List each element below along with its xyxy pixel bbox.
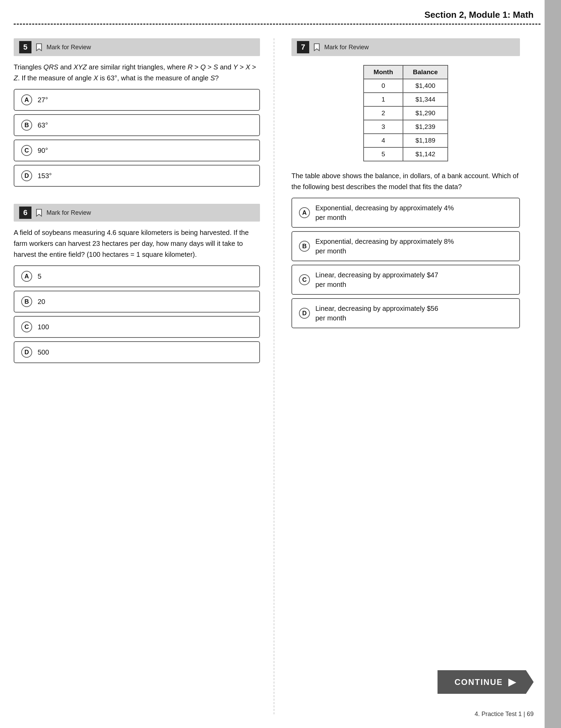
question-7-number: 7	[297, 41, 309, 53]
q7-choice-d-text: Linear, decreasing by approximately $56p…	[315, 304, 438, 323]
q5-choice-d-text: 153°	[38, 172, 52, 180]
question-6-block: 6 Mark for Review A field of soybeans me…	[14, 204, 260, 363]
mark-for-review-q5[interactable]: Mark for Review	[47, 44, 91, 51]
question-6-choices: A 5 B 20 C 100 D 500	[14, 265, 260, 363]
q5-choice-a[interactable]: A 27°	[14, 89, 260, 111]
table-header-month: Month	[364, 65, 403, 79]
question-5-text: Triangles QRS and XYZ are similar right …	[14, 62, 260, 83]
table-header-balance: Balance	[403, 65, 448, 79]
question-5-header: 5 Mark for Review	[14, 38, 260, 56]
q7-choice-c[interactable]: C Linear, decreasing by approximately $4…	[291, 265, 520, 295]
q7-choice-b[interactable]: B Exponential, decreasing by approximate…	[291, 231, 520, 261]
q5-choice-b[interactable]: B 63°	[14, 114, 260, 136]
continue-arrow-icon: ▶	[508, 676, 517, 688]
question-6-number: 6	[19, 207, 31, 219]
q6-choice-d-text: 500	[38, 348, 49, 356]
table-row: 2$1,290	[364, 106, 448, 120]
q7-choice-a-text: Exponential, decreasing by approximately…	[315, 203, 454, 222]
table-row: 0$1,400	[364, 79, 448, 93]
q6-choice-a-text: 5	[38, 273, 41, 280]
q5-choice-c[interactable]: C 90°	[14, 140, 260, 161]
mark-for-review-q7[interactable]: Mark for Review	[324, 44, 369, 51]
question-6-text: A field of soybeans measuring 4.6 square…	[14, 227, 260, 260]
q6-choice-d[interactable]: D 500	[14, 341, 260, 363]
table-row: 5$1,142	[364, 147, 448, 161]
q5-choice-b-letter: B	[21, 120, 32, 131]
question-7-table: Month Balance 0$1,4001$1,3442$1,2903$1,2…	[363, 65, 448, 161]
q7-choice-c-text: Linear, decreasing by approximately $47p…	[315, 270, 438, 289]
bookmark-icon-q7[interactable]	[313, 43, 320, 51]
q7-choice-b-text: Exponential, decreasing by approximately…	[315, 237, 454, 256]
q5-choice-d-letter: D	[21, 170, 32, 181]
question-7-table-container: Month Balance 0$1,4001$1,3442$1,2903$1,2…	[291, 62, 520, 165]
q6-choice-c-text: 100	[38, 323, 49, 331]
question-5-block: 5 Mark for Review Triangles QRS and XYZ …	[14, 38, 260, 187]
q7-choice-a-letter: A	[299, 207, 310, 218]
table-row: 4$1,189	[364, 134, 448, 147]
continue-button[interactable]: CONTINUE ▶	[438, 670, 534, 694]
question-7-block: 7 Mark for Review Month Balance	[291, 38, 520, 328]
q7-choice-a[interactable]: A Exponential, decreasing by approximate…	[291, 198, 520, 228]
header-title: Section 2, Module 1: Math	[425, 10, 534, 20]
question-7-header: 7 Mark for Review	[291, 38, 520, 56]
q7-choice-b-letter: B	[299, 241, 310, 252]
q6-choice-c[interactable]: C 100	[14, 316, 260, 338]
q5-choice-a-text: 27°	[38, 96, 48, 104]
q5-choice-a-letter: A	[21, 94, 32, 105]
q7-choice-d[interactable]: D Linear, decreasing by approximately $5…	[291, 298, 520, 328]
q7-choice-d-letter: D	[299, 308, 310, 319]
footer-text: 4. Practice Test 1 | 69	[475, 711, 534, 717]
page-header: Section 2, Module 1: Math	[0, 0, 561, 24]
question-5-number: 5	[19, 41, 31, 53]
page-footer: 4. Practice Test 1 | 69	[475, 711, 534, 718]
sidebar-strip	[545, 0, 561, 728]
question-5-choices: A 27° B 63° C 90° D 153°	[14, 89, 260, 187]
question-7-text: The table above shows the balance, in do…	[291, 170, 520, 192]
right-column: 7 Mark for Review Month Balance	[274, 38, 520, 714]
left-column: 5 Mark for Review Triangles QRS and XYZ …	[14, 38, 260, 714]
mark-for-review-q6[interactable]: Mark for Review	[47, 209, 91, 216]
q6-choice-c-letter: C	[21, 321, 32, 332]
content-area: 5 Mark for Review Triangles QRS and XYZ …	[0, 25, 561, 728]
bookmark-icon-q6[interactable]	[36, 209, 42, 217]
continue-label: CONTINUE	[455, 677, 503, 687]
question-6-header: 6 Mark for Review	[14, 204, 260, 222]
q6-choice-b[interactable]: B 20	[14, 291, 260, 313]
q6-choice-d-letter: D	[21, 347, 32, 358]
bookmark-icon-q5[interactable]	[36, 43, 42, 51]
table-row: 1$1,344	[364, 93, 448, 106]
q5-choice-d[interactable]: D 153°	[14, 165, 260, 187]
q7-choice-c-letter: C	[299, 274, 310, 285]
q6-choice-b-letter: B	[21, 296, 32, 307]
q6-choice-a-letter: A	[21, 271, 32, 282]
question-7-choices: A Exponential, decreasing by approximate…	[291, 198, 520, 328]
q5-choice-b-text: 63°	[38, 121, 48, 129]
q6-choice-a[interactable]: A 5	[14, 265, 260, 287]
table-row: 3$1,239	[364, 120, 448, 134]
q5-choice-c-letter: C	[21, 145, 32, 156]
continue-area: CONTINUE ▶	[438, 670, 534, 694]
q6-choice-b-text: 20	[38, 298, 45, 306]
q5-choice-c-text: 90°	[38, 147, 48, 155]
